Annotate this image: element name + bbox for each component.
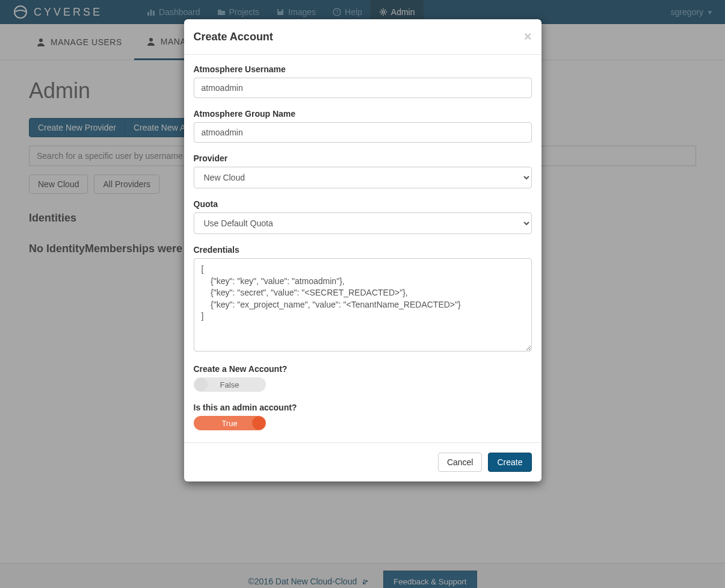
modal-body: Atmosphere Username Atmosphere Group Nam… — [184, 55, 541, 273]
quota-label: Quota — [194, 199, 532, 209]
groupname-label: Atmosphere Group Name — [194, 109, 532, 119]
quota-select[interactable]: Use Default Quota — [194, 212, 532, 234]
modal-title: Create Account — [194, 31, 273, 43]
create-account-modal: Create Account × Atmosphere Username Atm… — [184, 19, 541, 273]
provider-label: Provider — [194, 153, 532, 163]
provider-select[interactable]: New Cloud — [194, 167, 532, 188]
modal-overlay[interactable]: Create Account × Atmosphere Username Atm… — [0, 0, 725, 273]
credentials-textarea[interactable]: [ {"key": "key", "value": "atmoadmin"}, … — [194, 258, 532, 273]
username-label: Atmosphere Username — [194, 64, 532, 74]
groupname-input[interactable] — [194, 122, 532, 143]
username-input[interactable] — [194, 78, 532, 98]
credentials-label: Credentials — [194, 245, 532, 255]
close-icon[interactable]: × — [524, 29, 532, 45]
modal-header: Create Account × — [184, 19, 541, 55]
